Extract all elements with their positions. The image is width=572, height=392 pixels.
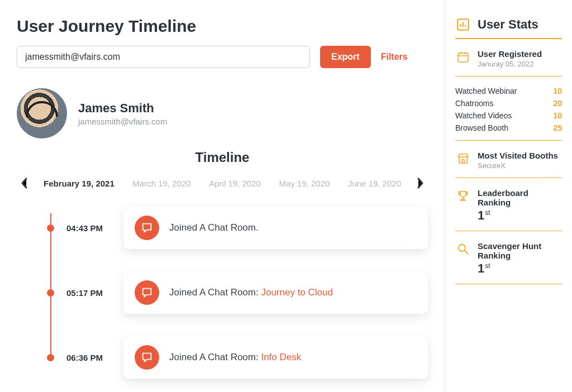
filters-button[interactable]: Filters [381, 52, 408, 62]
event-prefix: Joined A Chat Room. [169, 222, 259, 233]
search-row: Export Filters [17, 46, 428, 68]
calendar-icon [455, 49, 471, 65]
app-root: User Journey Timeline Export Filters Jam… [0, 0, 572, 392]
event-prefix: Joined A Chat Room: [169, 352, 261, 362]
stat-scavenger: Scavenger Hunt Ranking 1st [455, 241, 562, 284]
stat-rank: 1st [478, 261, 562, 276]
svg-rect-4 [458, 53, 468, 62]
stat-value: 25 [553, 123, 562, 132]
stat-sub: SecureX [478, 161, 558, 170]
stat-registered: User Registered Januray 05, 2022 [455, 49, 562, 77]
date-list: February 19, 2021 March 19, 2020 April 1… [38, 179, 407, 188]
stat-title: Scavenger Hunt Ranking [478, 241, 562, 260]
event-text: Joined A Chat Room: Info Desk [169, 352, 301, 363]
profile: James Smith jamessmith@vfairs.com [17, 88, 428, 138]
stats-header-title: User Stats [478, 17, 538, 32]
events-list: 04:43 PM Joined A Chat Room. 05:17 PM [17, 207, 428, 379]
event-time: 04:43 PM [66, 223, 111, 233]
timeline-dot-icon [47, 289, 54, 297]
event-time: 05:17 PM [66, 288, 111, 298]
search-icon [455, 241, 471, 257]
stat-label: Chatrooms [455, 99, 493, 108]
event-time: 06:36 PM [66, 353, 111, 362]
profile-name: James Smith [78, 101, 167, 116]
stat-label: Watched Webinar [455, 87, 517, 95]
chevron-right-icon[interactable] [412, 175, 428, 191]
event-row: 05:17 PM Joined A Chat Room: Journey to … [47, 271, 428, 314]
stat-title: Leaderboard Ranking [478, 188, 562, 207]
timeline-dot-icon [47, 354, 54, 361]
timeline-dot-icon [47, 224, 54, 232]
profile-text: James Smith jamessmith@vfairs.com [78, 101, 167, 126]
trophy-icon [455, 188, 471, 204]
date-item[interactable]: February 19, 2021 [44, 179, 115, 188]
event-text: Joined A Chat Room: Journey to Cloud [169, 287, 333, 298]
date-item[interactable]: June 19, 2020 [348, 179, 401, 188]
event-prefix: Joined A Chat Room: [169, 287, 261, 298]
chevron-left-icon[interactable] [17, 175, 32, 191]
sidebar: User Stats User Registered Januray 05, 2… [445, 0, 572, 392]
stat-list-row: Watched Webinar 10 [455, 87, 562, 95]
stat-sub: Januray 05, 2022 [478, 60, 542, 68]
event-text: Joined A Chat Room. [169, 222, 259, 233]
stat-title: Most Visited Booths [478, 151, 558, 160]
chat-icon [135, 345, 159, 370]
export-button[interactable]: Export [320, 46, 371, 68]
bar-chart-icon [455, 17, 471, 32]
main-panel: User Journey Timeline Export Filters Jam… [0, 0, 445, 392]
stat-value: 10 [553, 87, 562, 95]
date-nav: February 19, 2021 March 19, 2020 April 1… [17, 175, 428, 191]
timeline-title: Timeline [17, 150, 428, 165]
stat-value: 20 [553, 99, 562, 108]
chat-icon [135, 280, 159, 305]
stat-rank: 1st [478, 208, 562, 223]
stat-value: 10 [553, 111, 562, 120]
stats-header: User Stats [455, 17, 562, 39]
stat-title: User Registered [478, 49, 542, 59]
stat-list-row: Browsed Booth 25 [455, 123, 562, 132]
date-item[interactable]: May 19, 2020 [279, 179, 330, 188]
event-row: 04:43 PM Joined A Chat Room. [47, 207, 428, 249]
stat-leaderboard: Leaderboard Ranking 1st [455, 188, 562, 231]
stat-list-row: Watched Videos 10 [455, 111, 562, 120]
page-title: User Journey Timeline [17, 17, 428, 36]
event-highlight: Info Desk [261, 352, 301, 362]
svg-point-9 [459, 245, 465, 251]
event-row: 06:36 PM Joined A Chat Room: Info Desk [47, 336, 428, 379]
avatar [17, 88, 67, 138]
stat-counts: Watched Webinar 10 Chatrooms 20 Watched … [455, 87, 562, 141]
date-item[interactable]: April 19, 2020 [209, 179, 261, 188]
chat-icon [135, 216, 159, 240]
event-highlight: Journey to Cloud [261, 287, 333, 298]
event-card[interactable]: Joined A Chat Room. [123, 207, 428, 249]
stat-list-row: Chatrooms 20 [455, 99, 562, 108]
stat-most-visited: Most Visited Booths SecureX [455, 151, 562, 178]
search-input[interactable] [17, 46, 310, 68]
stat-label: Browsed Booth [455, 123, 508, 132]
stat-label: Watched Videos [455, 111, 512, 120]
svg-line-10 [465, 251, 468, 254]
booth-icon [455, 151, 471, 166]
profile-email: jamessmith@vfairs.com [78, 117, 167, 126]
event-card[interactable]: Joined A Chat Room: Journey to Cloud [123, 271, 428, 314]
date-item[interactable]: March 19, 2020 [132, 179, 190, 188]
event-card[interactable]: Joined A Chat Room: Info Desk [123, 336, 428, 379]
